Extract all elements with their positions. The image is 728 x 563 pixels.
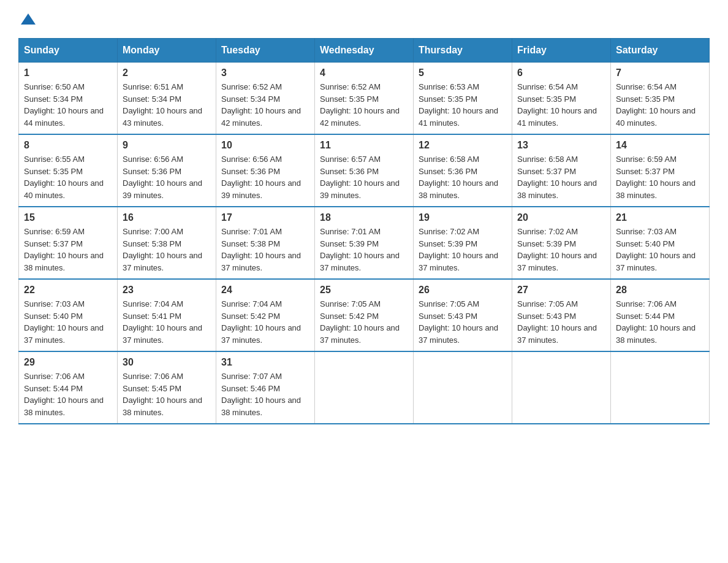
- logo-triangle-icon: [20, 12, 37, 26]
- day-info: Sunrise: 7:05 AMSunset: 5:43 PMDaylight:…: [419, 299, 498, 345]
- calendar-cell: 23 Sunrise: 7:04 AMSunset: 5:41 PMDaylig…: [118, 279, 216, 351]
- day-info: Sunrise: 6:55 AMSunset: 5:35 PMDaylight:…: [24, 155, 104, 200]
- day-info: Sunrise: 6:59 AMSunset: 5:37 PMDaylight:…: [24, 227, 104, 272]
- day-info: Sunrise: 6:58 AMSunset: 5:37 PMDaylight:…: [517, 155, 597, 200]
- day-number: 24: [221, 285, 309, 296]
- weekday-header-thursday: Thursday: [414, 39, 512, 63]
- calendar-cell: 19 Sunrise: 7:02 AMSunset: 5:39 PMDaylig…: [414, 207, 512, 279]
- day-info: Sunrise: 7:05 AMSunset: 5:42 PMDaylight:…: [320, 299, 400, 345]
- weekday-header-friday: Friday: [512, 39, 611, 63]
- calendar-cell: 2 Sunrise: 6:51 AMSunset: 5:34 PMDayligh…: [118, 63, 216, 135]
- calendar-week-row: 1 Sunrise: 6:50 AMSunset: 5:34 PMDayligh…: [19, 63, 710, 135]
- day-info: Sunrise: 6:53 AMSunset: 5:35 PMDaylight:…: [419, 82, 498, 128]
- calendar-cell: 13 Sunrise: 6:58 AMSunset: 5:37 PMDaylig…: [512, 134, 611, 207]
- day-number: 7: [616, 67, 704, 79]
- calendar-cell: 6 Sunrise: 6:54 AMSunset: 5:35 PMDayligh…: [512, 63, 611, 135]
- day-number: 2: [123, 67, 211, 79]
- day-number: 27: [517, 285, 605, 296]
- day-number: 5: [419, 67, 507, 79]
- day-number: 3: [221, 67, 309, 79]
- day-info: Sunrise: 7:02 AMSunset: 5:39 PMDaylight:…: [517, 227, 597, 272]
- day-info: Sunrise: 6:58 AMSunset: 5:36 PMDaylight:…: [419, 155, 498, 200]
- day-number: 12: [419, 140, 507, 151]
- day-number: 26: [419, 285, 507, 296]
- calendar-week-row: 22 Sunrise: 7:03 AMSunset: 5:40 PMDaylig…: [19, 279, 710, 351]
- page-header: [18, 12, 710, 26]
- day-info: Sunrise: 6:52 AMSunset: 5:35 PMDaylight:…: [320, 82, 400, 128]
- calendar-cell: 27 Sunrise: 7:05 AMSunset: 5:43 PMDaylig…: [512, 279, 611, 351]
- day-number: 13: [517, 140, 605, 151]
- day-info: Sunrise: 7:06 AMSunset: 5:44 PMDaylight:…: [616, 299, 696, 345]
- day-info: Sunrise: 6:51 AMSunset: 5:34 PMDaylight:…: [123, 82, 202, 128]
- day-info: Sunrise: 7:04 AMSunset: 5:42 PMDaylight:…: [221, 299, 301, 345]
- day-info: Sunrise: 6:59 AMSunset: 5:37 PMDaylight:…: [616, 155, 696, 200]
- weekday-header-saturday: Saturday: [611, 39, 710, 63]
- day-number: 11: [320, 140, 408, 151]
- day-info: Sunrise: 7:02 AMSunset: 5:39 PMDaylight:…: [419, 227, 498, 272]
- calendar-cell: 30 Sunrise: 7:06 AMSunset: 5:45 PMDaylig…: [118, 351, 216, 424]
- day-number: 29: [24, 357, 112, 368]
- calendar-cell: 11 Sunrise: 6:57 AMSunset: 5:36 PMDaylig…: [315, 134, 414, 207]
- day-number: 31: [221, 357, 309, 368]
- calendar-cell: 12 Sunrise: 6:58 AMSunset: 5:36 PMDaylig…: [414, 134, 512, 207]
- day-number: 8: [24, 140, 112, 151]
- day-info: Sunrise: 6:56 AMSunset: 5:36 PMDaylight:…: [123, 155, 202, 200]
- day-number: 15: [24, 212, 112, 223]
- day-info: Sunrise: 7:01 AMSunset: 5:38 PMDaylight:…: [221, 227, 301, 272]
- calendar-cell: 18 Sunrise: 7:01 AMSunset: 5:39 PMDaylig…: [315, 207, 414, 279]
- day-info: Sunrise: 6:56 AMSunset: 5:36 PMDaylight:…: [221, 155, 301, 200]
- calendar-cell: 21 Sunrise: 7:03 AMSunset: 5:40 PMDaylig…: [611, 207, 710, 279]
- day-number: 19: [419, 212, 507, 223]
- weekday-header-tuesday: Tuesday: [216, 39, 315, 63]
- calendar-table: SundayMondayTuesdayWednesdayThursdayFrid…: [18, 38, 710, 424]
- svg-marker-0: [21, 13, 36, 25]
- calendar-cell: 3 Sunrise: 6:52 AMSunset: 5:34 PMDayligh…: [216, 63, 315, 135]
- calendar-cell: 28 Sunrise: 7:06 AMSunset: 5:44 PMDaylig…: [611, 279, 710, 351]
- calendar-week-row: 15 Sunrise: 6:59 AMSunset: 5:37 PMDaylig…: [19, 207, 710, 279]
- calendar-cell: 31 Sunrise: 7:07 AMSunset: 5:46 PMDaylig…: [216, 351, 315, 424]
- day-info: Sunrise: 6:57 AMSunset: 5:36 PMDaylight:…: [320, 155, 400, 200]
- day-number: 14: [616, 140, 704, 151]
- day-number: 10: [221, 140, 309, 151]
- day-number: 6: [517, 67, 605, 79]
- calendar-cell: [414, 351, 512, 424]
- day-number: 23: [123, 285, 211, 296]
- day-info: Sunrise: 7:06 AMSunset: 5:44 PMDaylight:…: [24, 372, 104, 417]
- day-info: Sunrise: 7:06 AMSunset: 5:45 PMDaylight:…: [123, 372, 202, 417]
- calendar-cell: 9 Sunrise: 6:56 AMSunset: 5:36 PMDayligh…: [118, 134, 216, 207]
- calendar-cell: 4 Sunrise: 6:52 AMSunset: 5:35 PMDayligh…: [315, 63, 414, 135]
- calendar-header-row: SundayMondayTuesdayWednesdayThursdayFrid…: [19, 39, 710, 63]
- day-number: 30: [123, 357, 211, 368]
- calendar-cell: 26 Sunrise: 7:05 AMSunset: 5:43 PMDaylig…: [414, 279, 512, 351]
- calendar-cell: 16 Sunrise: 7:00 AMSunset: 5:38 PMDaylig…: [118, 207, 216, 279]
- day-info: Sunrise: 6:54 AMSunset: 5:35 PMDaylight:…: [517, 82, 597, 128]
- day-number: 9: [123, 140, 211, 151]
- day-number: 25: [320, 285, 408, 296]
- day-info: Sunrise: 7:00 AMSunset: 5:38 PMDaylight:…: [123, 227, 202, 272]
- calendar-cell: 10 Sunrise: 6:56 AMSunset: 5:36 PMDaylig…: [216, 134, 315, 207]
- day-number: 20: [517, 212, 605, 223]
- day-number: 1: [24, 67, 112, 79]
- day-number: 4: [320, 67, 408, 79]
- calendar-cell: 1 Sunrise: 6:50 AMSunset: 5:34 PMDayligh…: [19, 63, 118, 135]
- weekday-header-sunday: Sunday: [19, 39, 118, 63]
- day-number: 16: [123, 212, 211, 223]
- day-info: Sunrise: 6:50 AMSunset: 5:34 PMDaylight:…: [24, 82, 104, 128]
- day-info: Sunrise: 7:07 AMSunset: 5:46 PMDaylight:…: [221, 372, 301, 417]
- weekday-header-wednesday: Wednesday: [315, 39, 414, 63]
- day-info: Sunrise: 7:05 AMSunset: 5:43 PMDaylight:…: [517, 299, 597, 345]
- logo: [18, 12, 38, 26]
- calendar-cell: [512, 351, 611, 424]
- calendar-cell: 17 Sunrise: 7:01 AMSunset: 5:38 PMDaylig…: [216, 207, 315, 279]
- day-number: 28: [616, 285, 704, 296]
- day-info: Sunrise: 6:52 AMSunset: 5:34 PMDaylight:…: [221, 82, 301, 128]
- calendar-cell: [611, 351, 710, 424]
- day-number: 21: [616, 212, 704, 223]
- day-info: Sunrise: 7:03 AMSunset: 5:40 PMDaylight:…: [24, 299, 104, 345]
- calendar-cell: 29 Sunrise: 7:06 AMSunset: 5:44 PMDaylig…: [19, 351, 118, 424]
- calendar-cell: 8 Sunrise: 6:55 AMSunset: 5:35 PMDayligh…: [19, 134, 118, 207]
- day-info: Sunrise: 7:04 AMSunset: 5:41 PMDaylight:…: [123, 299, 202, 345]
- day-number: 22: [24, 285, 112, 296]
- calendar-cell: 14 Sunrise: 6:59 AMSunset: 5:37 PMDaylig…: [611, 134, 710, 207]
- calendar-cell: 5 Sunrise: 6:53 AMSunset: 5:35 PMDayligh…: [414, 63, 512, 135]
